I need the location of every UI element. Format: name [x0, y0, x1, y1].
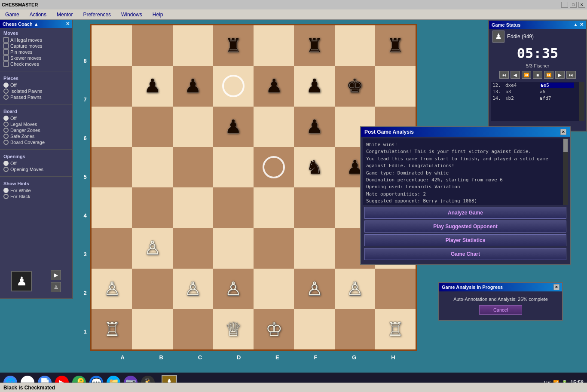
- all-legal-moves-item[interactable]: All legal moves: [3, 37, 69, 43]
- menu-help[interactable]: Help: [151, 11, 165, 18]
- square-b3[interactable]: ♙: [132, 228, 172, 268]
- square-c8[interactable]: [173, 25, 213, 66]
- check-moves-checkbox[interactable]: [3, 61, 9, 67]
- analyze-game-button[interactable]: Analyze Game: [364, 207, 566, 219]
- chess-coach-close[interactable]: ✕: [66, 21, 70, 27]
- square-b6[interactable]: [132, 107, 172, 147]
- square-c7[interactable]: ♟: [173, 66, 213, 106]
- move-list-scrollbar[interactable]: [579, 82, 584, 121]
- square-e6[interactable]: [254, 107, 294, 147]
- player-statistics-button[interactable]: Player Statistics: [364, 234, 566, 246]
- square-e3[interactable]: [254, 228, 294, 268]
- board-coverage-radio[interactable]: [3, 140, 9, 145]
- menu-actions[interactable]: Actions: [28, 11, 48, 18]
- minimize-btn[interactable]: —: [561, 2, 568, 8]
- game-status-minimize[interactable]: ▲: [573, 22, 578, 28]
- openings-off-item[interactable]: Off: [3, 161, 69, 166]
- board-off-item[interactable]: Off: [3, 116, 69, 121]
- maximize-btn[interactable]: □: [570, 2, 577, 8]
- square-f4[interactable]: [294, 187, 334, 228]
- capture-moves-checkbox[interactable]: [3, 43, 9, 49]
- square-d4[interactable]: [213, 187, 254, 228]
- pin-moves-checkbox[interactable]: [3, 49, 9, 55]
- square-a3[interactable]: [92, 228, 132, 268]
- analysis-scrollbar[interactable]: [563, 138, 568, 205]
- openings-off-radio[interactable]: [3, 161, 9, 166]
- square-e5[interactable]: [254, 147, 294, 187]
- pin-moves-item[interactable]: Pin moves: [3, 49, 69, 55]
- ctrl-skip-end[interactable]: ⏭: [566, 71, 576, 79]
- square-a2[interactable]: ♙: [92, 269, 132, 309]
- square-d2[interactable]: ♙: [213, 269, 254, 309]
- square-f5[interactable]: ♞: [294, 147, 334, 187]
- square-g1[interactable]: [335, 309, 375, 349]
- square-h7[interactable]: [375, 66, 416, 106]
- isolated-pawns-radio[interactable]: [3, 89, 9, 94]
- danger-zones-item[interactable]: Danger Zones: [3, 128, 69, 133]
- menu-windows[interactable]: Windows: [119, 11, 144, 18]
- opening-moves-item[interactable]: Opening Moves: [3, 167, 69, 172]
- isolated-pawns-item[interactable]: Isolated Pawns: [3, 89, 69, 94]
- square-b4[interactable]: [132, 187, 172, 228]
- analysis-progress-close[interactable]: ✕: [553, 284, 559, 290]
- skewer-moves-checkbox[interactable]: [3, 55, 9, 61]
- board-coverage-item[interactable]: Board Coverage: [3, 140, 69, 145]
- close-btn[interactable]: ✕: [578, 2, 585, 8]
- square-f8[interactable]: ♜: [294, 25, 334, 66]
- square-e8[interactable]: [254, 25, 294, 66]
- safe-zones-radio[interactable]: [3, 134, 9, 139]
- ctrl-next[interactable]: ▶: [555, 71, 565, 79]
- square-a8[interactable]: [92, 25, 132, 66]
- square-c4[interactable]: [173, 187, 213, 228]
- square-c2[interactable]: ♙: [173, 269, 213, 309]
- square-a5[interactable]: [92, 147, 132, 187]
- square-f1[interactable]: [294, 309, 334, 349]
- square-e1[interactable]: ♔: [254, 309, 294, 349]
- opening-moves-radio[interactable]: [3, 167, 9, 172]
- square-e7[interactable]: ♟: [254, 66, 294, 106]
- square-d6[interactable]: ♟: [213, 107, 254, 147]
- ctrl-stop[interactable]: ■: [533, 71, 542, 79]
- square-f2[interactable]: ♙: [294, 269, 334, 309]
- square-d3[interactable]: [213, 228, 254, 268]
- ctrl-next-step[interactable]: ⏩: [544, 71, 553, 79]
- play-suggested-opponent-button[interactable]: Play Suggested Opponent: [364, 220, 566, 233]
- square-a4[interactable]: [92, 187, 132, 228]
- square-b2[interactable]: [132, 269, 172, 309]
- board-off-radio[interactable]: [3, 116, 9, 121]
- square-g7[interactable]: ♚: [335, 66, 375, 106]
- square-f3[interactable]: [294, 228, 334, 268]
- safe-zones-item[interactable]: Safe Zones: [3, 134, 69, 139]
- for-black-item[interactable]: For Black: [3, 194, 69, 199]
- square-d5[interactable]: [213, 147, 254, 187]
- for-black-radio[interactable]: [3, 194, 9, 199]
- ctrl-skip-start[interactable]: ⏮: [499, 71, 509, 79]
- square-b8[interactable]: [132, 25, 172, 66]
- square-c5[interactable]: [173, 147, 213, 187]
- square-c1[interactable]: [173, 309, 213, 349]
- pieces-off-item[interactable]: Off: [3, 83, 69, 88]
- menu-preferences[interactable]: Preferences: [81, 11, 113, 18]
- square-g8[interactable]: [335, 25, 375, 66]
- square-f7[interactable]: ♟: [294, 66, 334, 106]
- square-b7[interactable]: ♟: [132, 66, 172, 106]
- ctrl-prev[interactable]: ◀: [511, 71, 520, 79]
- square-c6[interactable]: [173, 107, 213, 147]
- game-status-close[interactable]: ✕: [580, 22, 584, 28]
- square-h8[interactable]: ♜: [375, 25, 416, 66]
- for-white-radio[interactable]: [3, 188, 9, 193]
- capture-moves-item[interactable]: Capture moves: [3, 43, 69, 49]
- ctrl-prev-step[interactable]: ⏪: [522, 71, 531, 79]
- square-d8[interactable]: ♜: [213, 25, 254, 66]
- game-chart-button[interactable]: Game Chart: [364, 248, 566, 260]
- play-button-small[interactable]: ▶: [51, 270, 61, 280]
- square-f6[interactable]: ♟: [294, 107, 334, 147]
- menu-game[interactable]: Game: [3, 11, 21, 18]
- square-g2[interactable]: ♙: [335, 269, 375, 309]
- square-a1[interactable]: ♖: [92, 309, 132, 349]
- pieces-off-radio[interactable]: [3, 83, 9, 88]
- square-e4[interactable]: [254, 187, 294, 228]
- square-d1[interactable]: ♕: [213, 309, 254, 349]
- legal-moves-radio[interactable]: [3, 122, 9, 127]
- check-moves-item[interactable]: Check moves: [3, 61, 69, 67]
